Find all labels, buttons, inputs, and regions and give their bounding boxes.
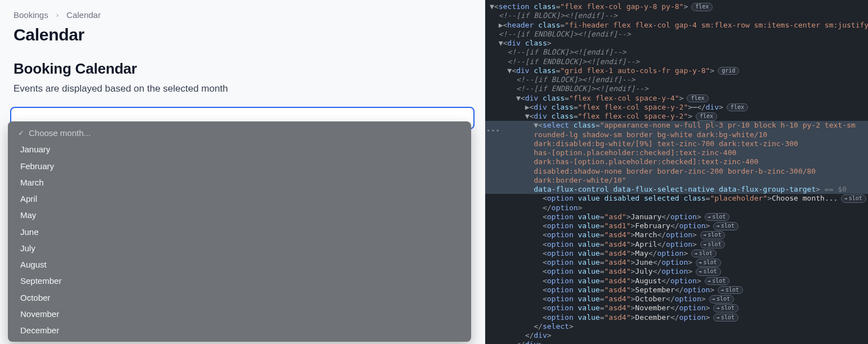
dom-line[interactable]: <!--[if ENDBLOCK]><![endif]--> bbox=[485, 84, 868, 93]
app-pane: Bookings › Calendar Calendar Booking Cal… bbox=[0, 0, 485, 344]
dom-line[interactable]: ▼<select class="appearance-none w-full p… bbox=[485, 121, 868, 130]
option-september[interactable]: September bbox=[8, 273, 471, 289]
chevron-right-icon: › bbox=[56, 11, 59, 19]
option-august[interactable]: August bbox=[8, 256, 471, 273]
dom-line[interactable]: </div> bbox=[485, 340, 868, 344]
dom-line[interactable]: <option value="asd4">May</option>slot bbox=[485, 249, 868, 258]
dom-line[interactable]: <option value="asd4">December</option>sl… bbox=[485, 313, 868, 322]
dom-line[interactable]: <option value="asd4">August</option>slot bbox=[485, 277, 868, 286]
dom-line[interactable]: dark:disabled:bg-white/[9%] text-zinc-70… bbox=[485, 139, 868, 148]
dom-line[interactable]: <!--[if BLOCK]><![endif]--> bbox=[485, 11, 868, 20]
dom-line[interactable]: <option value="asd4">October</option>slo… bbox=[485, 295, 868, 304]
dom-line[interactable]: <option value disabled selected class="p… bbox=[485, 194, 868, 203]
option-january[interactable]: January bbox=[8, 141, 471, 157]
dom-line[interactable]: </select> bbox=[485, 322, 868, 331]
dom-line[interactable]: <!--[if ENDBLOCK]><![endif]--> bbox=[485, 57, 868, 66]
option-may[interactable]: May bbox=[8, 207, 471, 223]
dom-line[interactable]: <!--[if ENDBLOCK]><![endif]--> bbox=[485, 30, 868, 39]
dom-line[interactable]: <!--[if BLOCK]><![endif]--> bbox=[485, 48, 868, 57]
dom-line[interactable]: <option value="asd4">March</option>slot bbox=[485, 230, 868, 239]
dom-line[interactable]: <option value="asd4">July</option>slot bbox=[485, 267, 868, 276]
section-title: Booking Calendar bbox=[0, 60, 485, 78]
dom-line[interactable]: ▶<div class="flex flex-col space-y-2">⋯<… bbox=[485, 103, 868, 112]
option-june[interactable]: June bbox=[8, 224, 471, 240]
dom-line[interactable]: <!--[if BLOCK]><![endif]--> bbox=[485, 75, 868, 84]
page-title: Calendar bbox=[0, 25, 485, 44]
dom-line[interactable]: <option value="asd4">June</option>slot bbox=[485, 258, 868, 267]
breadcrumb-root[interactable]: Bookings bbox=[14, 10, 48, 20]
option-march[interactable]: March bbox=[8, 174, 471, 191]
dom-line[interactable]: ▶<header class="fi-header flex flex-col … bbox=[485, 21, 868, 30]
devtools-elements-panel[interactable]: ••• ▼<section class="flex flex-col gap-y… bbox=[485, 0, 868, 344]
option-october[interactable]: October bbox=[8, 289, 471, 306]
dom-line[interactable]: ▼<div class> bbox=[485, 39, 868, 48]
dom-line[interactable]: <option value="asd1">February</option>sl… bbox=[485, 221, 868, 230]
dom-line[interactable]: ▼<div class="grid flex-1 auto-cols-fr ga… bbox=[485, 66, 868, 75]
dom-line[interactable]: </option> bbox=[485, 203, 868, 212]
section-subtitle: Events are displayed based on the select… bbox=[0, 83, 485, 94]
check-icon: ✓ bbox=[18, 128, 24, 139]
option-label: Choose month... bbox=[29, 126, 91, 139]
dom-line[interactable]: rounded-lg shadow-sm border bg-white dar… bbox=[485, 130, 868, 139]
dom-line[interactable]: <option value="asd4">November</option>sl… bbox=[485, 304, 868, 313]
dom-line[interactable]: ▼<div class="flex flex-col space-y-2">fl… bbox=[485, 112, 868, 121]
breadcrumb: Bookings › Calendar bbox=[0, 10, 485, 20]
option-april[interactable]: April bbox=[8, 191, 471, 207]
month-dropdown[interactable]: ✓ Choose month... January February March… bbox=[8, 121, 471, 342]
dom-line[interactable]: <option value="asd4">April</option>slot bbox=[485, 240, 868, 249]
breadcrumb-current[interactable]: Calendar bbox=[66, 10, 101, 20]
ellipsis-icon: ••• bbox=[486, 127, 500, 135]
dom-line[interactable]: has-[option.placeholder:checked]:text-zi… bbox=[485, 148, 868, 157]
option-november[interactable]: November bbox=[8, 306, 471, 322]
dom-tree[interactable]: ▼<section class="flex flex-col gap-y-8 p… bbox=[485, 2, 868, 344]
dom-line[interactable]: ▼<section class="flex flex-col gap-y-8 p… bbox=[485, 2, 868, 11]
dom-line[interactable]: <option value="asd4">September</option>s… bbox=[485, 286, 868, 295]
option-february[interactable]: February bbox=[8, 158, 471, 174]
dom-line[interactable]: <option value="asd">January</option>slot bbox=[485, 212, 868, 221]
dom-line[interactable]: dark:has-[option.placeholder:checked]:te… bbox=[485, 157, 868, 166]
dom-line[interactable]: </div> bbox=[485, 331, 868, 340]
option-placeholder[interactable]: ✓ Choose month... bbox=[8, 125, 471, 141]
dom-line[interactable]: dark:border-white/10" bbox=[485, 176, 868, 185]
dom-line[interactable]: data-flux-control data-flux-select-nativ… bbox=[485, 185, 868, 194]
dom-line[interactable]: disabled:shadow-none border border-zinc-… bbox=[485, 167, 868, 176]
option-december[interactable]: December bbox=[8, 322, 471, 338]
option-july[interactable]: July bbox=[8, 240, 471, 256]
dom-line[interactable]: ▼<div class="flex flex-col space-y-4">fl… bbox=[485, 94, 868, 103]
